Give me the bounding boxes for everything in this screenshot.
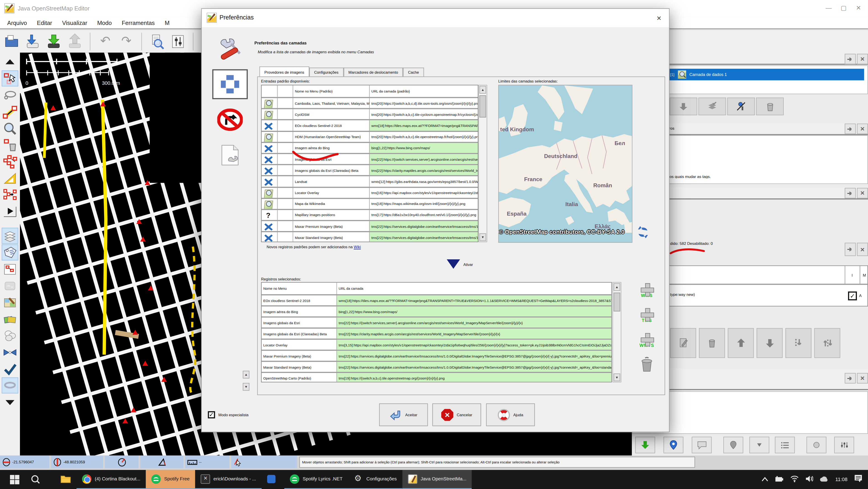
search-icon[interactable] (149, 33, 165, 50)
selected-url[interactable]: tms[3,15]:https://api.mapbox.com/styles/… (337, 339, 611, 350)
open-file-icon[interactable] (3, 33, 20, 50)
imagery-url[interactable]: tms[22]:https://clarity.maptiles.arcgis.… (369, 165, 478, 175)
list-small-icon[interactable] (775, 437, 795, 453)
imagery-row[interactable]: CyclOSM tms[20]:https://{switch:a,b,c}.t… (262, 108, 478, 119)
imagery-row[interactable]: Imagens globais da Esri (Clareadas) Beta… (262, 164, 478, 175)
map-paint-styles-icon[interactable] (2, 294, 18, 311)
expand-more-icon[interactable] (2, 203, 18, 220)
close-panel-icon[interactable]: ✕ (857, 188, 868, 198)
available-scrollbar[interactable]: ▲ ▼ (478, 85, 487, 242)
map-projection-icon[interactable] (212, 105, 248, 135)
sliders-small-icon[interactable] (834, 437, 854, 453)
download-data-icon[interactable] (25, 33, 41, 50)
collapse-panels-icon[interactable] (2, 344, 18, 360)
wiki-link[interactable]: Wiki (354, 245, 361, 249)
taskbar-app[interactable]: Configurações (348, 470, 402, 489)
taskbar-app[interactable]: erick\Downloads - ... (195, 470, 262, 489)
command-stack-icon[interactable] (2, 378, 18, 394)
layer-delete-icon[interactable] (756, 97, 784, 115)
imagery-row[interactable]: EOx cloudless Sentinel-2 2018 wms[18]:ht… (262, 119, 478, 130)
imagery-name[interactable]: Maxar Standard Imagery (Beta) (293, 232, 369, 242)
close-panel-icon[interactable]: ✕ (857, 124, 868, 134)
help-button[interactable]: Ajuda (486, 403, 535, 426)
imagery-active-cell[interactable] (277, 221, 292, 231)
imagery-active-cell[interactable] (277, 154, 292, 164)
imagery-url[interactable]: bing[1,22]:https://www.bing.com/maps/ (369, 143, 478, 153)
activate-icon[interactable] (447, 259, 460, 269)
pin-icon[interactable] (845, 124, 856, 134)
menu-ferramentas[interactable]: Ferramentas (117, 18, 160, 27)
imagery-url[interactable]: tms[16]:https://api.mapbox.com/styles/v1… (369, 188, 478, 197)
delete-filter-icon[interactable] (699, 328, 725, 358)
close-panel-icon[interactable]: ✕ (857, 243, 868, 256)
activate-label[interactable]: Ativar (463, 263, 473, 267)
menu-arquivo[interactable]: Arquivo (2, 18, 32, 27)
imagery-name[interactable]: Landsat (293, 176, 369, 186)
scroll-up-icon[interactable]: ▲ (614, 283, 620, 291)
taskbar-app[interactable]: Spotify Free (146, 470, 195, 489)
imagery-row[interactable]: Locator Overlay tms[16]:https://api.mapb… (262, 187, 478, 198)
imagery-url[interactable]: tms[22]:https://{switch:services,server}… (369, 154, 478, 164)
tray-chevron-icon[interactable] (762, 475, 768, 485)
imagery-active-cell[interactable] (277, 176, 292, 186)
imagery-row[interactable]: Imagens globais da Esri tms[22]:https://… (262, 153, 478, 164)
file-explorer-button[interactable] (59, 473, 72, 486)
imagery-name[interactable]: Mapillary images positions (293, 210, 369, 220)
preferences-icon[interactable] (169, 33, 186, 50)
imagery-url[interactable]: tms[18]:https://maps.wikimedia.org/osm-i… (369, 199, 478, 209)
tab-provedores[interactable]: Provedores de imagens (259, 66, 309, 76)
layer-merge-icon[interactable] (699, 97, 726, 115)
disabled-panel-icon[interactable] (2, 278, 18, 294)
layer-down-icon[interactable] (670, 97, 697, 115)
marker-gray-icon[interactable] (723, 437, 743, 453)
select-tool-icon[interactable] (2, 70, 18, 86)
battery-icon[interactable] (775, 475, 784, 485)
sidebar-scroll-up-icon[interactable]: ▲ (243, 371, 249, 378)
tab-configuracoes[interactable]: Configurações (309, 68, 343, 77)
refresh-preview-icon[interactable] (636, 225, 650, 239)
imagery-url[interactable]: wms[18]:https://tiles.maps.eox.at/??FORM… (369, 120, 478, 130)
pin-icon[interactable] (845, 243, 856, 256)
selection-list-icon[interactable] (2, 261, 18, 277)
imagery-row[interactable]: Maxar Premium Imagery (Beta) tms[22]:htt… (262, 220, 478, 231)
imagery-url[interactable]: tms[22]:https://services.digitalglobe.co… (369, 221, 478, 231)
selected-row[interactable]: EOx cloudless Sentinel-2 2018 wms[18]:ht… (262, 294, 611, 305)
scroll-down-icon[interactable]: ▼ (479, 233, 486, 241)
accept-button[interactable]: Aceitar (379, 403, 428, 426)
selected-row[interactable]: OpenStreetMap Carto (Padrão) tms[19]:htt… (262, 372, 611, 382)
download-along-icon[interactable] (45, 33, 62, 50)
delete-tool-icon[interactable] (2, 137, 18, 153)
scroll-thumb[interactable] (614, 293, 620, 312)
add-wmts-button[interactable]: WMTS (638, 333, 656, 348)
imagery-active-cell[interactable] (277, 232, 292, 242)
selected-name[interactable]: EOx cloudless Sentinel-2 2018 (262, 295, 337, 305)
taskbar-app[interactable] (262, 470, 284, 489)
move-up-icon[interactable] (727, 328, 754, 358)
onedrive-icon[interactable] (820, 475, 829, 485)
selected-name[interactable]: Maxar Standard Imagery (Beta) (262, 362, 337, 372)
notifications-icon[interactable] (854, 474, 863, 485)
imagery-offset-icon[interactable] (2, 311, 18, 327)
imagery-name[interactable]: EOx cloudless Sentinel-2 2018 (293, 120, 369, 130)
selected-row[interactable]: Maxar Premium Imagery (Beta) tms[22]:htt… (262, 350, 611, 361)
imagery-name[interactable]: CyclOSM (293, 109, 369, 119)
tab-cache[interactable]: Cache (403, 68, 424, 77)
imagery-url[interactable]: wmts[12]:https://gibs.earthdata.nasa.gov… (369, 176, 478, 186)
sidebar-scroll-down-icon[interactable]: ▼ (243, 383, 249, 391)
add-tms-button[interactable]: TMS (638, 308, 656, 323)
menu-editar[interactable]: Editar (32, 18, 57, 27)
imagery-active-cell[interactable] (277, 143, 292, 153)
edit-filter-icon[interactable] (670, 328, 696, 358)
bounds-preview-map[interactable]: ted KingdomDeutschlandFranceEspañaItalia… (498, 85, 632, 243)
imagery-url[interactable]: tms[20]:https://{switch:a,b,c,d}.tile.os… (369, 98, 478, 108)
selected-url[interactable]: tms[22]:https://services.digitalglobe.co… (337, 362, 611, 372)
sort-descending-icon[interactable] (785, 328, 811, 358)
pin-icon[interactable] (845, 54, 856, 64)
imagery-name[interactable]: Locator Overlay (293, 188, 369, 197)
expert-mode-label[interactable]: Modo especialista (218, 413, 249, 417)
menu-clipped[interactable]: M (160, 18, 174, 27)
imagery-url[interactable]: tms[22]:https://services.digitalglobe.co… (369, 232, 478, 242)
imagery-row[interactable]: Cambodia, Laos, Thailand, Vietnam, Malay… (262, 97, 478, 108)
taskbar-app[interactable]: Spotify Lyrics .NET (284, 470, 348, 489)
redo-icon[interactable]: ↷ (118, 33, 135, 50)
